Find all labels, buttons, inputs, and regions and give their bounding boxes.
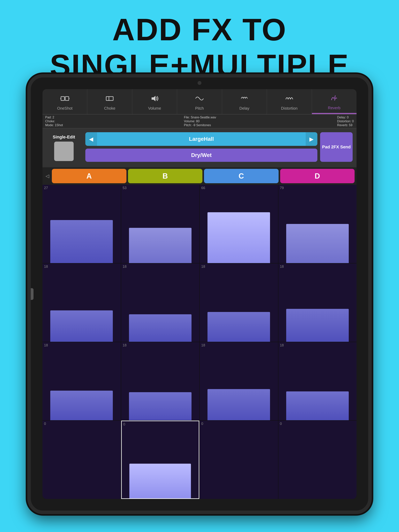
pad-number: 18: [201, 343, 205, 347]
svg-rect-0: [61, 97, 64, 101]
screen-content: OneShot Choke: [42, 89, 357, 499]
pad-cell[interactable]: 18: [42, 342, 121, 420]
pad-cell[interactable]: 18: [42, 263, 121, 342]
choke-icon: [105, 94, 114, 105]
reverb-icon: [329, 94, 339, 105]
pattern-button-b[interactable]: B: [128, 169, 203, 183]
reverb-label: Reverb: [328, 106, 340, 110]
side-handle: [31, 288, 33, 300]
pad-bar: [286, 391, 349, 420]
single-edit-right: ◀ LargeHall ▶ Dry/Wet: [85, 132, 353, 163]
info-bar: Pad: 2 Choke: Mode: 1Shot File: Snare-Se…: [42, 114, 357, 128]
pad-cell[interactable]: 18: [278, 342, 357, 420]
toolbar-item-volume[interactable]: Volume: [132, 89, 177, 114]
pad-bar: [50, 391, 113, 420]
single-edit-panel: Single-Edit ◀ LargeHall ▶: [42, 128, 357, 167]
fx-send-button[interactable]: Pad 2 FX Send: [320, 132, 353, 162]
pad-number: 0: [123, 422, 125, 426]
pad-bar: [50, 310, 113, 342]
pad-number: 18: [44, 343, 48, 347]
headline-line1: ADD FX TO: [0, 12, 399, 48]
info-volume: Volume: 80: [184, 120, 216, 123]
pad-cell[interactable]: 18: [121, 263, 200, 342]
svg-rect-1: [65, 97, 69, 101]
distortion-label: Distortion: [281, 106, 297, 111]
fx-send-line1: Pad 2: [322, 145, 334, 150]
info-reverb: Reverb: 59: [337, 123, 354, 127]
pad-number: 53: [123, 186, 127, 190]
camera: [198, 81, 201, 85]
reverb-controls: ◀ LargeHall ▶ Dry/Wet: [85, 132, 353, 162]
pad-cell[interactable]: 0: [121, 421, 200, 499]
reverb-prev-button[interactable]: ◀: [85, 132, 97, 146]
pad-bar: [286, 309, 349, 342]
reverb-next-button[interactable]: ▶: [306, 132, 317, 146]
toolbar-item-delay[interactable]: Delay: [222, 89, 267, 114]
dry-wet-button[interactable]: Dry/Wet: [85, 149, 317, 162]
delay-label: Delay: [239, 106, 249, 111]
toolbar: OneShot Choke: [42, 89, 357, 114]
pitch-label: Pitch: [195, 106, 204, 111]
pad-number: 18: [280, 265, 284, 269]
toolbar-item-choke[interactable]: Choke: [87, 89, 132, 114]
pad-number: 18: [280, 343, 284, 347]
info-pad: Pad: 2: [45, 116, 63, 119]
pad-number: 0: [280, 422, 282, 426]
info-mode: Mode: 1Shot: [45, 123, 63, 127]
toolbar-item-distortion[interactable]: Distortion: [267, 89, 312, 114]
pad-cell[interactable]: 18: [121, 342, 200, 420]
info-bar-left: Pad: 2 Choke: Mode: 1Shot: [45, 116, 63, 127]
pad-cell[interactable]: 27: [42, 185, 121, 263]
info-distortion: Distortion: 0: [337, 120, 354, 123]
tablet: OneShot Choke: [27, 74, 372, 514]
pad-cell[interactable]: 0: [200, 421, 278, 499]
reverb-main-controls: ◀ LargeHall ▶ Dry/Wet: [85, 132, 317, 162]
oneshot-label: OneShot: [57, 106, 72, 111]
pad-cell[interactable]: 0: [278, 421, 357, 499]
pattern-button-c[interactable]: C: [204, 169, 279, 183]
pad-number: 27: [44, 186, 48, 190]
oneshot-icon: [60, 94, 70, 105]
svg-marker-6: [152, 96, 155, 101]
pattern-arrow-left: ◁: [45, 173, 50, 179]
pad-bar: [286, 224, 349, 263]
pad-grid: 2753667918181818181818180000: [42, 185, 357, 499]
fx-send-line2: FX Send: [334, 145, 351, 150]
pitch-icon: [195, 94, 204, 105]
single-edit-left: Single-Edit: [46, 132, 81, 163]
distortion-icon: [285, 94, 294, 105]
pad-bar: [207, 312, 270, 342]
pad-number: 0: [201, 422, 203, 426]
pattern-row: ◁ A B C D: [42, 167, 357, 185]
pad-number: 66: [201, 186, 205, 190]
pad-cell[interactable]: 53: [121, 185, 200, 263]
pad-number: 18: [44, 265, 48, 269]
info-file: File: Snare-Seattle.wav: [184, 116, 216, 119]
pad-cell[interactable]: 18: [200, 263, 278, 342]
toolbar-item-reverb[interactable]: Reverb: [312, 89, 357, 114]
pad-number: 79: [280, 186, 284, 190]
pad-bar: [129, 464, 191, 498]
pattern-button-a[interactable]: A: [52, 169, 126, 183]
delay-icon: [240, 94, 249, 105]
reverb-type-name: LargeHall: [97, 136, 306, 142]
pad-bar: [207, 212, 270, 263]
reverb-type-row[interactable]: ◀ LargeHall ▶: [85, 132, 317, 146]
pad-cell[interactable]: 18: [200, 342, 278, 420]
pad-cell[interactable]: 0: [42, 421, 121, 499]
pad-number: 18: [123, 265, 127, 269]
pad-bar: [129, 392, 192, 420]
pad-bar: [50, 220, 113, 263]
pad-number: 18: [201, 265, 205, 269]
pad-cell[interactable]: 79: [278, 185, 357, 263]
info-choke: Choke:: [45, 120, 63, 123]
pad-cell[interactable]: 18: [278, 263, 357, 342]
volume-icon: [150, 94, 159, 105]
toolbar-item-pitch[interactable]: Pitch: [177, 89, 222, 114]
pad-thumbnail: [54, 142, 74, 161]
single-edit-label: Single-Edit: [53, 134, 75, 140]
pad-cell[interactable]: 66: [200, 185, 278, 263]
pattern-button-d[interactable]: D: [280, 169, 355, 183]
pad-bar: [129, 314, 192, 342]
toolbar-item-oneshot[interactable]: OneShot: [42, 89, 87, 114]
